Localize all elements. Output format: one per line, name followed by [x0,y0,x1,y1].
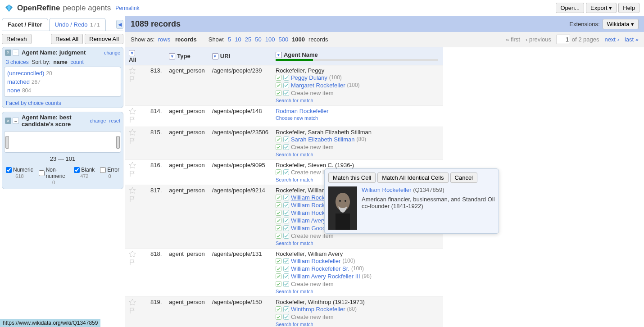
remove-all-button[interactable]: Remove All [85,34,123,44]
export-button[interactable]: Export ▾ [586,3,617,13]
flag-icon[interactable] [129,137,136,145]
create-new-item[interactable]: Create new item [291,313,334,320]
match-this-cell-button[interactable]: Match this Cell [328,173,376,183]
tab-facet-filter[interactable]: Facet / Filter [2,18,48,31]
match-all-icon[interactable] [283,136,289,142]
match-all-icon[interactable] [283,281,289,287]
show-rows[interactable]: rows [158,36,170,43]
match-all-icon[interactable] [283,233,289,239]
page-size-100[interactable]: 100 [265,36,275,43]
range-check-blank[interactable] [74,167,80,173]
match-single-icon[interactable] [276,218,281,223]
range-handle-left[interactable] [5,136,9,149]
facet-minimize-icon[interactable]: – [13,50,19,56]
range-handle-right[interactable] [116,136,120,149]
flag-icon[interactable] [129,307,136,314]
facet-change-link[interactable]: change [90,118,106,123]
refresh-button[interactable]: Refresh [2,34,32,44]
match-single-icon[interactable] [276,169,281,175]
wikidata-ext-button[interactable]: Wikidata ▾ [603,19,639,29]
star-icon[interactable] [129,250,136,258]
page-size-25[interactable]: 25 [245,36,251,43]
facet-change-link[interactable]: change [104,50,120,55]
flag-icon[interactable] [129,116,136,123]
range-slider[interactable] [4,131,121,153]
page-size-50[interactable]: 50 [255,36,261,43]
create-new-item[interactable]: Create new item [291,90,334,96]
match-single-icon[interactable] [276,195,281,200]
match-all-icon[interactable] [283,218,289,223]
match-single-icon[interactable] [276,82,281,88]
facet-reset-link[interactable]: reset [109,118,120,123]
match-all-icon[interactable] [283,273,289,279]
cancel-button[interactable]: Cancel [450,173,477,183]
page-size-5[interactable]: 5 [228,36,231,43]
match-all-icon[interactable] [283,169,289,175]
candidate-link[interactable]: Peggy Dulany [291,74,327,81]
match-all-icon[interactable] [283,210,289,216]
match-all-icon[interactable] [283,314,289,320]
create-new-item[interactable]: Create new item [291,281,334,287]
page-size-10[interactable]: 10 [235,36,241,43]
match-single-icon[interactable] [276,202,281,208]
last-page[interactable]: last » [625,36,639,43]
match-single-icon[interactable] [276,75,281,81]
match-all-cells-button[interactable]: Match All Identical Cells [377,173,448,183]
range-check-non-numeric[interactable] [39,170,45,176]
first-page[interactable]: « first [506,36,520,43]
matched-entity[interactable]: Rodman Rockefeller [276,108,329,114]
open-button[interactable]: Open... [556,3,584,13]
match-single-icon[interactable] [276,136,281,142]
range-check-numeric[interactable] [6,167,12,173]
candidate-link[interactable]: Sarah Elizabeth Stillman [291,136,355,143]
facet-minimize-icon[interactable]: – [13,118,19,124]
flag-icon[interactable] [129,195,136,203]
star-icon[interactable] [129,187,136,194]
match-single-icon[interactable] [276,233,281,239]
help-button[interactable]: Help [618,3,639,13]
sort-name[interactable]: name [53,59,67,65]
match-single-icon[interactable] [276,90,281,96]
match-all-icon[interactable] [283,75,289,81]
facet-choice[interactable]: (unreconciled) [7,70,44,77]
match-single-icon[interactable] [276,314,281,320]
candidate-link[interactable]: William Rockefeller Sr. [291,265,349,272]
match-single-icon[interactable] [276,306,281,312]
star-icon[interactable] [129,129,136,136]
reset-all-button[interactable]: Reset All [51,34,83,44]
search-for-match[interactable]: Search for match [276,152,313,157]
choose-new-match[interactable]: Choose new match [276,115,318,121]
choices-count[interactable]: 3 choices [6,59,29,65]
page-size-500[interactable]: 500 [278,36,288,43]
match-all-icon[interactable] [283,144,289,150]
candidate-link[interactable]: Winthrop Rockefeller [291,306,345,313]
match-single-icon[interactable] [276,210,281,216]
match-single-icon[interactable] [276,225,281,231]
flag-icon[interactable] [129,259,136,266]
preview-title[interactable]: William Rockefeller [362,186,412,193]
page-input[interactable] [557,35,570,44]
create-new-item[interactable]: Create new item [291,144,334,150]
star-icon[interactable] [129,162,136,169]
candidate-link[interactable]: Margaret Rockefeller [291,82,345,89]
search-for-match[interactable]: Search for match [276,98,313,103]
search-for-match[interactable]: Search for match [276,177,313,182]
facet-by-counts[interactable]: Facet by choice counts [6,100,61,106]
flag-icon[interactable] [129,170,136,177]
star-icon[interactable] [129,299,136,306]
search-for-match[interactable]: Search for match [276,322,313,327]
match-single-icon[interactable] [276,281,281,287]
col-menu-all[interactable]: ▾ [129,50,135,56]
match-single-icon[interactable] [276,144,281,150]
match-single-icon[interactable] [276,266,281,272]
match-all-icon[interactable] [283,202,289,208]
match-single-icon[interactable] [276,273,281,279]
match-all-icon[interactable] [283,306,289,312]
facet-close-icon[interactable]: × [5,50,11,56]
sort-count[interactable]: count [70,59,83,65]
star-icon[interactable] [129,108,136,115]
flag-icon[interactable] [129,76,136,83]
range-check-error[interactable] [100,167,106,173]
facet-close-icon[interactable]: × [5,118,11,124]
search-for-match[interactable]: Search for match [276,241,313,246]
